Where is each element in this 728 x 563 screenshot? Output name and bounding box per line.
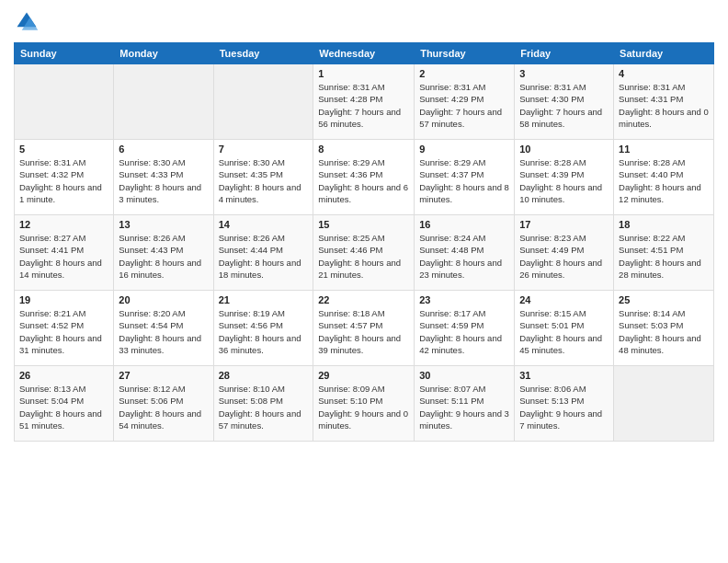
calendar-cell: 4Sunrise: 8:31 AM Sunset: 4:31 PM Daylig… xyxy=(614,64,714,140)
day-number: 24 xyxy=(519,294,609,305)
day-number: 10 xyxy=(519,144,609,155)
day-number: 26 xyxy=(19,370,108,381)
day-number: 2 xyxy=(419,68,509,79)
day-info: Sunrise: 8:31 AM Sunset: 4:28 PM Dayligh… xyxy=(318,81,409,130)
calendar-cell: 21Sunrise: 8:19 AM Sunset: 4:56 PM Dayli… xyxy=(213,291,313,366)
calendar-cell: 7Sunrise: 8:30 AM Sunset: 4:35 PM Daylig… xyxy=(213,140,313,215)
day-info: Sunrise: 8:30 AM Sunset: 4:33 PM Dayligh… xyxy=(119,156,208,205)
day-number: 4 xyxy=(619,68,709,79)
day-number: 1 xyxy=(318,68,409,79)
day-number: 11 xyxy=(619,144,709,155)
day-number: 16 xyxy=(419,219,509,230)
calendar-cell: 30Sunrise: 8:07 AM Sunset: 5:11 PM Dayli… xyxy=(415,366,515,442)
calendar-week-row: 19Sunrise: 8:21 AM Sunset: 4:52 PM Dayli… xyxy=(15,291,714,366)
day-number: 27 xyxy=(119,370,208,381)
day-of-week-header: Tuesday xyxy=(213,43,313,64)
day-of-week-header: Thursday xyxy=(415,43,515,64)
day-info: Sunrise: 8:12 AM Sunset: 5:06 PM Dayligh… xyxy=(119,383,208,431)
day-info: Sunrise: 8:29 AM Sunset: 4:37 PM Dayligh… xyxy=(419,156,509,205)
calendar-cell: 23Sunrise: 8:17 AM Sunset: 4:59 PM Dayli… xyxy=(415,291,515,366)
calendar-cell: 19Sunrise: 8:21 AM Sunset: 4:52 PM Dayli… xyxy=(15,291,114,366)
calendar-cell: 1Sunrise: 8:31 AM Sunset: 4:28 PM Daylig… xyxy=(313,64,415,140)
calendar-week-row: 1Sunrise: 8:31 AM Sunset: 4:28 PM Daylig… xyxy=(15,64,714,140)
day-info: Sunrise: 8:22 AM Sunset: 4:51 PM Dayligh… xyxy=(619,232,709,281)
day-info: Sunrise: 8:28 AM Sunset: 4:39 PM Dayligh… xyxy=(519,156,609,205)
calendar-cell: 27Sunrise: 8:12 AM Sunset: 5:06 PM Dayli… xyxy=(114,366,213,442)
day-number: 28 xyxy=(219,370,309,381)
day-number: 20 xyxy=(119,294,208,305)
calendar-cell: 24Sunrise: 8:15 AM Sunset: 5:01 PM Dayli… xyxy=(515,291,614,366)
day-number: 5 xyxy=(19,144,108,155)
day-of-week-header: Wednesday xyxy=(313,43,415,64)
day-number: 7 xyxy=(219,144,309,155)
calendar-cell xyxy=(614,366,714,442)
calendar-week-row: 12Sunrise: 8:27 AM Sunset: 4:41 PM Dayli… xyxy=(15,215,714,291)
calendar-cell: 5Sunrise: 8:31 AM Sunset: 4:32 PM Daylig… xyxy=(15,140,114,215)
day-info: Sunrise: 8:18 AM Sunset: 4:57 PM Dayligh… xyxy=(318,307,409,356)
calendar-cell: 16Sunrise: 8:24 AM Sunset: 4:48 PM Dayli… xyxy=(415,215,515,291)
calendar-cell: 17Sunrise: 8:23 AM Sunset: 4:49 PM Dayli… xyxy=(515,215,614,291)
calendar-cell xyxy=(213,64,313,140)
day-number: 9 xyxy=(419,144,509,155)
day-info: Sunrise: 8:30 AM Sunset: 4:35 PM Dayligh… xyxy=(219,156,309,205)
day-number: 13 xyxy=(119,219,208,230)
calendar-cell: 12Sunrise: 8:27 AM Sunset: 4:41 PM Dayli… xyxy=(15,215,114,291)
day-info: Sunrise: 8:07 AM Sunset: 5:11 PM Dayligh… xyxy=(419,383,509,431)
calendar-cell: 11Sunrise: 8:28 AM Sunset: 4:40 PM Dayli… xyxy=(614,140,714,215)
day-info: Sunrise: 8:26 AM Sunset: 4:44 PM Dayligh… xyxy=(219,232,309,281)
day-info: Sunrise: 8:21 AM Sunset: 4:52 PM Dayligh… xyxy=(19,307,108,356)
day-info: Sunrise: 8:19 AM Sunset: 4:56 PM Dayligh… xyxy=(219,307,309,356)
calendar-cell: 26Sunrise: 8:13 AM Sunset: 5:04 PM Dayli… xyxy=(15,366,114,442)
day-info: Sunrise: 8:09 AM Sunset: 5:10 PM Dayligh… xyxy=(318,383,409,431)
calendar-cell: 10Sunrise: 8:28 AM Sunset: 4:39 PM Dayli… xyxy=(515,140,614,215)
day-info: Sunrise: 8:28 AM Sunset: 4:40 PM Dayligh… xyxy=(619,156,709,205)
day-number: 25 xyxy=(619,294,709,305)
day-of-week-header: Saturday xyxy=(614,43,714,64)
calendar-cell: 22Sunrise: 8:18 AM Sunset: 4:57 PM Dayli… xyxy=(313,291,415,366)
day-info: Sunrise: 8:29 AM Sunset: 4:36 PM Dayligh… xyxy=(318,156,409,205)
calendar-cell xyxy=(15,64,114,140)
calendar-cell: 31Sunrise: 8:06 AM Sunset: 5:13 PM Dayli… xyxy=(515,366,614,442)
day-number: 30 xyxy=(419,370,509,381)
calendar-cell: 8Sunrise: 8:29 AM Sunset: 4:36 PM Daylig… xyxy=(313,140,415,215)
day-number: 8 xyxy=(318,144,409,155)
day-of-week-header: Friday xyxy=(515,43,614,64)
calendar-header-row: SundayMondayTuesdayWednesdayThursdayFrid… xyxy=(15,43,714,64)
calendar-cell: 6Sunrise: 8:30 AM Sunset: 4:33 PM Daylig… xyxy=(114,140,213,215)
day-info: Sunrise: 8:23 AM Sunset: 4:49 PM Dayligh… xyxy=(519,232,609,281)
day-number: 15 xyxy=(318,219,409,230)
day-number: 22 xyxy=(318,294,409,305)
day-number: 3 xyxy=(519,68,609,79)
day-info: Sunrise: 8:31 AM Sunset: 4:32 PM Dayligh… xyxy=(19,156,108,205)
page: SundayMondayTuesdayWednesdayThursdayFrid… xyxy=(0,0,728,563)
day-number: 31 xyxy=(519,370,609,381)
logo xyxy=(14,9,43,35)
day-info: Sunrise: 8:27 AM Sunset: 4:41 PM Dayligh… xyxy=(19,232,108,281)
day-of-week-header: Monday xyxy=(114,43,213,64)
calendar-cell: 15Sunrise: 8:25 AM Sunset: 4:46 PM Dayli… xyxy=(313,215,415,291)
day-info: Sunrise: 8:20 AM Sunset: 4:54 PM Dayligh… xyxy=(119,307,208,356)
day-info: Sunrise: 8:13 AM Sunset: 5:04 PM Dayligh… xyxy=(19,383,108,431)
calendar-cell: 25Sunrise: 8:14 AM Sunset: 5:03 PM Dayli… xyxy=(614,291,714,366)
day-number: 12 xyxy=(19,219,108,230)
calendar-week-row: 5Sunrise: 8:31 AM Sunset: 4:32 PM Daylig… xyxy=(15,140,714,215)
calendar-cell: 18Sunrise: 8:22 AM Sunset: 4:51 PM Dayli… xyxy=(614,215,714,291)
calendar-cell: 3Sunrise: 8:31 AM Sunset: 4:30 PM Daylig… xyxy=(515,64,614,140)
day-number: 21 xyxy=(219,294,309,305)
day-number: 18 xyxy=(619,219,709,230)
day-info: Sunrise: 8:31 AM Sunset: 4:29 PM Dayligh… xyxy=(419,81,509,130)
day-info: Sunrise: 8:24 AM Sunset: 4:48 PM Dayligh… xyxy=(419,232,509,281)
calendar-cell: 2Sunrise: 8:31 AM Sunset: 4:29 PM Daylig… xyxy=(415,64,515,140)
day-info: Sunrise: 8:10 AM Sunset: 5:08 PM Dayligh… xyxy=(219,383,309,431)
calendar-cell: 14Sunrise: 8:26 AM Sunset: 4:44 PM Dayli… xyxy=(213,215,313,291)
day-info: Sunrise: 8:26 AM Sunset: 4:43 PM Dayligh… xyxy=(119,232,208,281)
day-info: Sunrise: 8:31 AM Sunset: 4:31 PM Dayligh… xyxy=(619,81,709,130)
calendar-week-row: 26Sunrise: 8:13 AM Sunset: 5:04 PM Dayli… xyxy=(15,366,714,442)
calendar-cell: 29Sunrise: 8:09 AM Sunset: 5:10 PM Dayli… xyxy=(313,366,415,442)
day-info: Sunrise: 8:06 AM Sunset: 5:13 PM Dayligh… xyxy=(519,383,609,431)
day-number: 6 xyxy=(119,144,208,155)
calendar-cell: 28Sunrise: 8:10 AM Sunset: 5:08 PM Dayli… xyxy=(213,366,313,442)
day-number: 17 xyxy=(519,219,609,230)
day-info: Sunrise: 8:25 AM Sunset: 4:46 PM Dayligh… xyxy=(318,232,409,281)
day-number: 23 xyxy=(419,294,509,305)
